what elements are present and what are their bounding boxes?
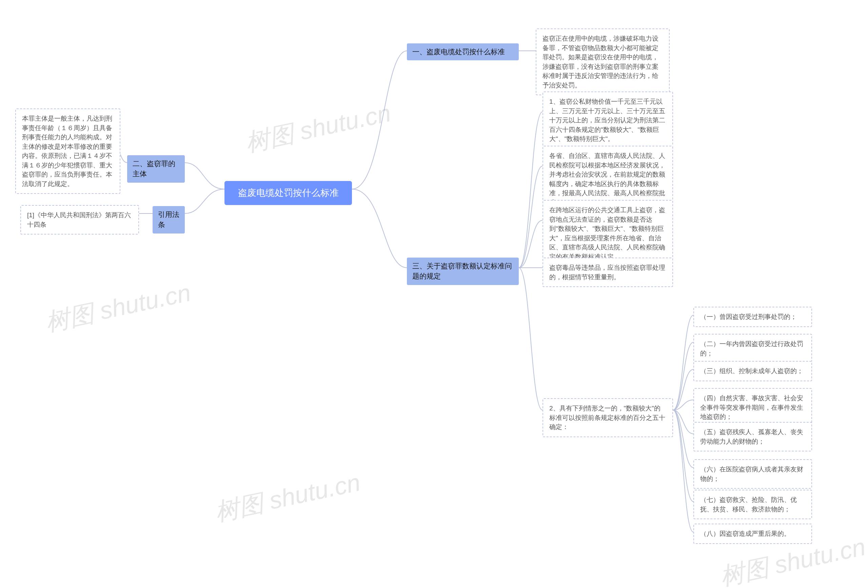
- c5-item-6-text: （六）在医院盗窃病人或者其亲友财物的；: [700, 466, 803, 482]
- branch-3-c1-text: 1、盗窃公私财物价值一千元至三千元以上、三万元至十万元以上、三十万元至五十万元以…: [549, 98, 665, 142]
- branch-3-c4-text: 盗窃毒品等违禁品，应当按照盗窃罪处理的，根据情节轻重量刑。: [549, 264, 665, 281]
- root-title: 盗废电缆处罚按什么标准: [238, 188, 339, 198]
- c5-item-4[interactable]: （四）自然灾害、事故灾害、社会安全事件等突发事件期间，在事件发生地盗窃的；: [693, 388, 812, 427]
- branch-3-c2-text: 各省、自治区、直辖市高级人民法院、人民检察院可以根据本地区经济发展状况，并考虑社…: [549, 152, 665, 206]
- branch-3-c1[interactable]: 1、盗窃公私财物价值一千元至三千元以上、三万元至十万元以上、三十万元至五十万元以…: [542, 91, 673, 149]
- root-node[interactable]: 盗废电缆处罚按什么标准: [224, 181, 352, 205]
- c5-item-1[interactable]: （一）曾因盗窃受过刑事处罚的；: [693, 307, 812, 327]
- branch-1-leaf-text: 盗窃正在使用中的电缆，涉嫌破坏电力设备罪，不管盗窃物品数额大小都可能被定罪处罚。…: [542, 35, 658, 89]
- branch-3-c3-text: 在跨地区运行的公共交通工具上盗窃，盗窃地点无法查证的，盗窃数额是否达到"数额较大…: [549, 206, 665, 260]
- c5-item-7[interactable]: （七）盗窃救灾、抢险、防汛、优抚、扶贫、移民、救济款物的；: [693, 490, 812, 519]
- branch-4[interactable]: 引用法条: [153, 206, 185, 233]
- c5-item-5-text: （五）盗窃残疾人、孤寡老人、丧失劳动能力人的财物的；: [700, 428, 803, 445]
- branch-3[interactable]: 三、关于盗窃罪数额认定标准问题的规定: [407, 258, 519, 285]
- branch-2[interactable]: 二、盗窃罪的主体: [127, 155, 185, 183]
- c5-item-8-text: （八）因盗窃造成严重后果的。: [700, 530, 790, 537]
- branch-2-label: 二、盗窃罪的主体: [133, 160, 175, 178]
- watermark: 树图 shutu.cn: [212, 466, 363, 529]
- branch-1[interactable]: 一、盗废电缆处罚按什么标准: [407, 43, 519, 60]
- branch-4-label: 引用法条: [158, 211, 179, 228]
- c5-item-2[interactable]: （二）一年内曾因盗窃受过行政处罚的；: [693, 334, 812, 363]
- c5-item-7-text: （七）盗窃救灾、抢险、防汛、优抚、扶贫、移民、救济款物的；: [700, 496, 797, 513]
- branch-2-leaf-text: 本罪主体是一般主体，凡达到刑事责任年龄（１６周岁）且具备刑事责任能力的人均能构成…: [22, 115, 112, 187]
- c5-item-8[interactable]: （八）因盗窃造成严重后果的。: [693, 524, 812, 544]
- c5-item-2-text: （二）一年内曾因盗窃受过行政处罚的；: [700, 340, 803, 357]
- branch-1-leaf[interactable]: 盗窃正在使用中的电缆，涉嫌破坏电力设备罪，不管盗窃物品数额大小都可能被定罪处罚。…: [536, 28, 670, 95]
- c5-item-3-text: （三）组织、控制未成年人盗窃的；: [700, 367, 803, 374]
- branch-3-label: 三、关于盗窃罪数额认定标准问题的规定: [412, 262, 512, 280]
- c5-item-4-text: （四）自然灾害、事故灾害、社会安全事件等突发事件期间，在事件发生地盗窃的；: [700, 395, 803, 420]
- branch-3-c3[interactable]: 在跨地区运行的公共交通工具上盗窃，盗窃地点无法查证的，盗窃数额是否达到"数额较大…: [542, 200, 673, 267]
- branch-3-c4[interactable]: 盗窃毒品等违禁品，应当按照盗窃罪处理的，根据情节轻重量刑。: [542, 258, 673, 287]
- branch-1-label: 一、盗废电缆处罚按什么标准: [412, 48, 505, 56]
- branch-4-leaf[interactable]: [1]《中华人民共和国刑法》第两百六十四条: [20, 205, 139, 234]
- branch-2-leaf[interactable]: 本罪主体是一般主体，凡达到刑事责任年龄（１６周岁）且具备刑事责任能力的人均能构成…: [15, 108, 120, 194]
- watermark: 树图 shutu.cn: [42, 277, 194, 339]
- branch-4-leaf-text: [1]《中华人民共和国刑法》第两百六十四条: [27, 211, 131, 228]
- c5-item-6[interactable]: （六）在医院盗窃病人或者其亲友财物的；: [693, 459, 812, 489]
- mindmap-canvas: { "root": { "title": "盗废电缆处罚按什么标准" }, "r…: [0, 0, 868, 588]
- branch-3-c5-text: 2、具有下列情形之一的，"数额较大"的标准可以按照前条规定标准的百分之五十确定：: [549, 405, 665, 430]
- c5-item-5[interactable]: （五）盗窃残疾人、孤寡老人、丧失劳动能力人的财物的；: [693, 422, 812, 451]
- c5-item-1-text: （一）曾因盗窃受过刑事处罚的；: [700, 313, 797, 320]
- watermark: 树图 shutu.cn: [242, 97, 394, 160]
- branch-3-c5[interactable]: 2、具有下列情形之一的，"数额较大"的标准可以按照前条规定标准的百分之五十确定：: [542, 398, 673, 437]
- c5-item-3[interactable]: （三）组织、控制未成年人盗窃的；: [693, 361, 812, 381]
